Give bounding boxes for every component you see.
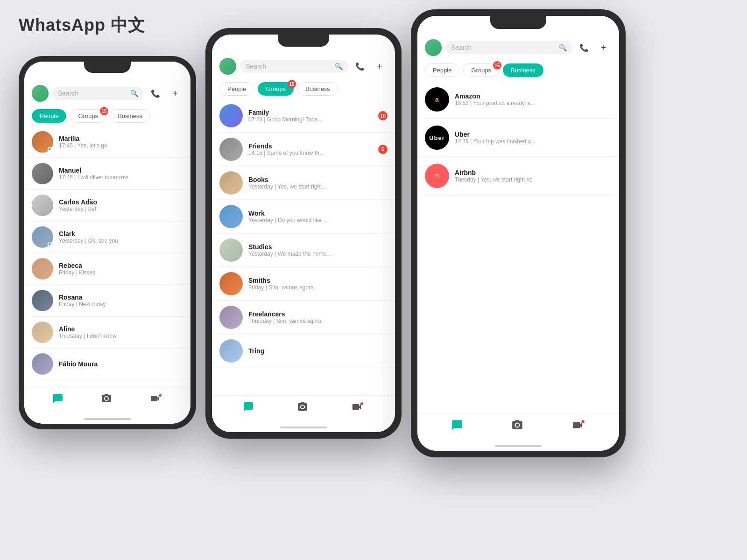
contact-info: Family 07:23 | Good Morning! Toda...: [248, 109, 373, 123]
add-button-right[interactable]: +: [596, 40, 612, 56]
contact-info: Aline Thursday | I don't know: [59, 325, 183, 339]
list-item[interactable]: Studies Yesterday | We made the home...: [212, 234, 395, 267]
search-placeholder-left: Search: [58, 90, 127, 97]
tab-row-left: People Groups 15 Business: [24, 106, 190, 126]
contact-msg: Friday | Next friday: [59, 301, 183, 308]
user-avatar-right[interactable]: [425, 39, 442, 56]
contact-name: Carlos Adão: [59, 198, 183, 206]
list-item[interactable]: ⌂ Airbnb Tuesday | Yes, we start right n…: [417, 157, 619, 195]
groups-badge-middle: 15: [288, 80, 296, 88]
nav-video-left[interactable]: [149, 393, 162, 404]
contact-info: Studies Yesterday | We made the home...: [248, 243, 388, 257]
tab-groups-left[interactable]: Groups 15: [70, 109, 106, 123]
contact-info: Uber 12:15 | Your trip was finished a...: [455, 131, 612, 145]
nav-video-middle[interactable]: [351, 401, 364, 413]
list-item[interactable]: Rosana Friday | Next friday: [24, 285, 190, 316]
list-item[interactable]: Friends 14:15 | Some of you know th... 5: [212, 133, 395, 166]
tab-business-middle[interactable]: Business: [297, 82, 338, 96]
tab-business-left[interactable]: Business: [110, 109, 150, 123]
list-item[interactable]: Work Yesterday | Do you would like ...: [212, 200, 395, 233]
call-button-left[interactable]: 📞: [148, 85, 163, 101]
search-bar-middle[interactable]: Search 🔍: [240, 60, 348, 73]
list-item[interactable]: a Amazon 18:53 | Your product already is…: [417, 81, 619, 119]
tab-people-left[interactable]: People: [32, 109, 66, 123]
search-icon-middle: 🔍: [335, 63, 343, 70]
nav-video-right[interactable]: [571, 419, 585, 431]
screen-right: Search 🔍 📞 + People Groups 15 Business: [417, 16, 619, 451]
contact-info: Work Yesterday | Do you would like ...: [248, 210, 388, 224]
notch-middle: [278, 35, 329, 47]
search-icon-right: 🔍: [559, 44, 567, 51]
list-item[interactable]: Carlos Adão Yesterday | By!: [24, 190, 190, 221]
biz-avatar-airbnb: ⌂: [425, 164, 449, 188]
tab-groups-right[interactable]: Groups 15: [463, 63, 499, 77]
list-item[interactable]: Clark Yesterday | Ok, see you: [24, 222, 190, 253]
contact-name: Family: [248, 109, 373, 116]
search-icon-left: 🔍: [130, 90, 138, 97]
contact-name: Studies: [248, 243, 388, 251]
user-avatar-left[interactable]: [32, 85, 49, 102]
contact-info: Amazon 18:53 | Your product already is..…: [455, 92, 612, 106]
list-item[interactable]: Uber Uber 12:15 | Your trip was finished…: [417, 119, 619, 157]
user-avatar-middle[interactable]: [219, 58, 236, 75]
contact-msg: Yesterday | Ok, see you: [59, 238, 183, 244]
contact-info: Manuel 17:45 | I will dliver tomorrow: [59, 167, 183, 181]
contact-info: Fábio Moura: [59, 360, 183, 368]
unread-badge: 10: [378, 111, 388, 120]
nav-camera-left[interactable]: [101, 393, 112, 404]
call-button-middle[interactable]: 📞: [352, 58, 368, 74]
contact-info: Tring: [248, 347, 388, 355]
contact-name: Rosana: [59, 294, 183, 301]
list-item[interactable]: Rebeca Friday | Kisses: [24, 253, 190, 285]
contact-info: Rebeca Friday | Kisses: [59, 262, 183, 276]
contact-name: Books: [248, 176, 388, 183]
contact-msg: Thursday | Sim, vamos agora.: [248, 318, 388, 324]
contact-name: Amazon: [455, 92, 612, 100]
nav-chat-right[interactable]: [451, 419, 463, 431]
nav-camera-right[interactable]: [511, 419, 523, 431]
search-bar-left[interactable]: Search 🔍: [52, 87, 144, 100]
group-avatar: [219, 306, 243, 329]
biz-avatar-uber: Uber: [425, 126, 449, 150]
tab-business-right[interactable]: Business: [503, 63, 543, 77]
nav-chat-left[interactable]: [52, 393, 63, 404]
add-button-left[interactable]: +: [167, 85, 183, 101]
nav-camera-middle[interactable]: [297, 401, 308, 413]
contact-info: Airbnb Tuesday | Yes, we start right no: [455, 169, 612, 183]
contact-info: Marília 17:45 | Yes, let's go: [59, 135, 183, 149]
call-button-right[interactable]: 📞: [576, 40, 592, 56]
screen-left: Search 🔍 📞 + People Groups 15 Business: [24, 62, 190, 424]
contact-msg: Yesterday | We made the home...: [248, 251, 388, 257]
list-item[interactable]: Tring: [212, 335, 395, 368]
notch-left: [84, 62, 131, 73]
nav-chat-middle[interactable]: [243, 401, 254, 413]
bottom-nav-right: [417, 413, 619, 445]
list-item[interactable]: Manuel 17:45 | I will dliver tomorrow: [24, 158, 190, 189]
group-avatar: [219, 104, 243, 127]
list-item[interactable]: Books Yesterday | Yes, we start right...: [212, 167, 395, 200]
list-item[interactable]: Family 07:23 | Good Morning! Toda... 10: [212, 99, 395, 133]
search-placeholder-right: Search: [451, 44, 556, 51]
avatar: [32, 163, 53, 184]
tab-people-middle[interactable]: People: [219, 82, 254, 96]
tab-groups-middle[interactable]: Groups 15: [258, 82, 294, 96]
list-item[interactable]: Marília 17:45 | Yes, let's go: [24, 126, 190, 158]
biz-avatar-amazon: a: [425, 87, 449, 112]
contact-msg: 17:45 | Yes, let's go: [59, 142, 183, 149]
contact-info: Friends 14:15 | Some of you know th...: [248, 142, 373, 156]
svg-point-0: [159, 394, 162, 397]
contact-info: Books Yesterday | Yes, we start right...: [248, 176, 388, 190]
search-bar-right[interactable]: Search 🔍: [445, 41, 572, 54]
groups-badge-left: 15: [100, 107, 108, 115]
business-list-right: a Amazon 18:53 | Your product already is…: [417, 81, 619, 413]
list-item[interactable]: Smiths Friday | Sim, vamos agora.: [212, 267, 395, 301]
contact-name: Freelancers: [248, 310, 388, 318]
tab-people-right[interactable]: People: [425, 63, 459, 77]
add-button-middle[interactable]: +: [372, 58, 388, 74]
notch-right: [490, 16, 546, 29]
contact-name: Work: [248, 210, 388, 217]
list-item[interactable]: Aline Thursday | I don't know: [24, 317, 190, 348]
search-placeholder-middle: Search: [246, 63, 332, 70]
list-item[interactable]: Freelancers Thursday | Sim, vamos agora.: [212, 301, 395, 334]
list-item[interactable]: Fábio Moura: [24, 349, 190, 380]
